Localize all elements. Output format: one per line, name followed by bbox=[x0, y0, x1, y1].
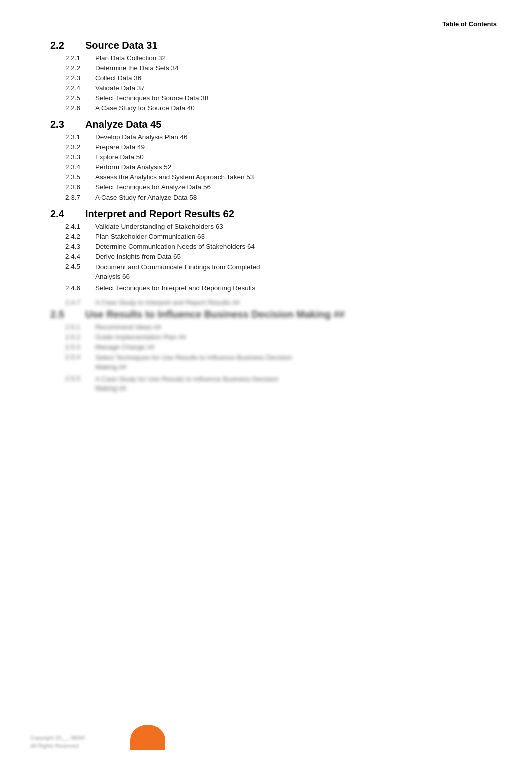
entry-title: A Case Study to Interpret and Report Res… bbox=[95, 299, 240, 306]
entry-title: Guide Implementation Plan ## bbox=[95, 333, 186, 341]
entry-2-2-4: 2.2.4 Validate Data 37 bbox=[65, 84, 502, 92]
entry-number: 2.2.6 bbox=[65, 104, 95, 112]
entry-number: 2.2.5 bbox=[65, 94, 95, 102]
copyright-line1: Copyright 20__, IIBA® bbox=[30, 734, 85, 742]
entry-number: 2.5.1 bbox=[65, 323, 95, 331]
entry-number: 2.3.4 bbox=[65, 163, 95, 171]
copyright-line2: All Rights Reserved bbox=[30, 742, 85, 750]
entry-number: 2.2.4 bbox=[65, 84, 95, 92]
entry-2-2-2: 2.2.2 Determine the Data Sets 34 bbox=[65, 64, 502, 72]
blurred-entry-2-5-2: 2.5.2 Guide Implementation Plan ## bbox=[65, 333, 502, 341]
entry-title: Select Techniques for Analyze Data 56 bbox=[95, 183, 211, 191]
footer-left: Copyright 20__, IIBA® All Rights Reserve… bbox=[30, 734, 85, 750]
entry-2-2-5: 2.2.5 Select Techniques for Source Data … bbox=[65, 94, 502, 102]
entry-2-4-1: 2.4.1 Validate Understanding of Stakehol… bbox=[65, 223, 502, 230]
entry-number: 2.4.7 bbox=[65, 299, 95, 306]
section-title: Use Results to Influence Business Decisi… bbox=[85, 309, 345, 320]
section-2-2: 2.2 Source Data 31 2.2.1 Plan Data Colle… bbox=[50, 40, 502, 112]
blurred-entry-2-5-5: 2.5.5 A Case Study for Use Results to In… bbox=[65, 375, 502, 394]
entry-title: A Case Study for Source Data 40 bbox=[95, 104, 195, 112]
entry-title: Determine Communication Needs of Stakeho… bbox=[95, 243, 255, 250]
level2-entry: 2.4 Interpret and Report Results 62 bbox=[50, 208, 502, 220]
entry-title: Prepare Data 49 bbox=[95, 143, 145, 151]
entry-2-3-7: 2.3.7 A Case Study for Analyze Data 58 bbox=[65, 193, 502, 201]
entry-2-4-3: 2.4.3 Determine Communication Needs of S… bbox=[65, 243, 502, 250]
entry-2-3-5: 2.3.5 Assess the Analytics and System Ap… bbox=[65, 173, 502, 181]
footer-area: Copyright 20__, IIBA® All Rights Reserve… bbox=[0, 725, 532, 750]
blurred-entry-2-4-7: 2.4.7 A Case Study to Interpret and Repo… bbox=[65, 299, 502, 306]
entry-title: Perform Data Analysis 52 bbox=[95, 163, 171, 171]
blurred-entry-2-5-3: 2.5.3 Manage Change ## bbox=[65, 343, 502, 351]
entry-2-4-5: 2.4.5 Document and Communicate Findings … bbox=[65, 263, 502, 282]
header-title: Table of Contents bbox=[30, 20, 502, 28]
entry-title: Validate Data 37 bbox=[95, 84, 145, 92]
entry-number: 2.2.1 bbox=[65, 54, 95, 62]
level3-entries-2-4: 2.4.1 Validate Understanding of Stakehol… bbox=[65, 223, 502, 292]
section-2-4: 2.4 Interpret and Report Results 62 2.4.… bbox=[50, 208, 502, 292]
entry-number: 2.4.4 bbox=[65, 253, 95, 260]
entry-number: 2.4.2 bbox=[65, 233, 95, 240]
entry-number: 2.3.1 bbox=[65, 133, 95, 141]
entry-number: 2.5.2 bbox=[65, 333, 95, 341]
entry-title: A Case Study for Use Results to Influenc… bbox=[95, 375, 278, 394]
section-number: 2.4 bbox=[50, 208, 85, 220]
level2-entry-blurred: 2.5 Use Results to Influence Business De… bbox=[50, 309, 502, 320]
entry-title: Validate Understanding of Stakeholders 6… bbox=[95, 223, 223, 230]
entry-title: Select Techniques for Use Results to Inf… bbox=[95, 353, 292, 372]
entry-number: 2.4.1 bbox=[65, 223, 95, 230]
entry-title: Collect Data 36 bbox=[95, 74, 141, 82]
section-number: 2.2 bbox=[50, 40, 85, 51]
footer-logo bbox=[125, 725, 165, 750]
entry-number: 2.4.3 bbox=[65, 243, 95, 250]
entry-2-4-6: 2.4.6 Select Techniques for Interpret an… bbox=[65, 284, 502, 292]
entry-title: Plan Stakeholder Communication 63 bbox=[95, 233, 205, 240]
entry-number: 2.2.2 bbox=[65, 64, 95, 72]
entry-title: Manage Change ## bbox=[95, 343, 155, 351]
entry-title: Explore Data 50 bbox=[95, 153, 144, 161]
entry-2-4-2: 2.4.2 Plan Stakeholder Communication 63 bbox=[65, 233, 502, 240]
entry-number: 2.5.5 bbox=[65, 375, 95, 382]
blurred-level3-2-5: 2.5.1 Recommend Ideas ## 2.5.2 Guide Imp… bbox=[65, 323, 502, 394]
section-2-3: 2.3 Analyze Data 45 2.3.1 Develop Data A… bbox=[50, 119, 502, 201]
blurred-entry-2-5-1: 2.5.1 Recommend Ideas ## bbox=[65, 323, 502, 331]
entry-2-3-6: 2.3.6 Select Techniques for Analyze Data… bbox=[65, 183, 502, 191]
section-title: Analyze Data 45 bbox=[85, 119, 161, 130]
entry-number: 2.5.4 bbox=[65, 353, 95, 361]
entry-2-3-3: 2.3.3 Explore Data 50 bbox=[65, 153, 502, 161]
level3-entries-2-2: 2.2.1 Plan Data Collection 32 2.2.2 Dete… bbox=[65, 54, 502, 112]
entry-title: Select Techniques for Interpret and Repo… bbox=[95, 284, 255, 292]
level3-entries-2-3: 2.3.1 Develop Data Analysis Plan 46 2.3.… bbox=[65, 133, 502, 201]
entry-2-3-1: 2.3.1 Develop Data Analysis Plan 46 bbox=[65, 133, 502, 141]
entry-number: 2.3.3 bbox=[65, 153, 95, 161]
blurred-section-2-5: 2.5 Use Results to Influence Business De… bbox=[50, 309, 502, 394]
toc-section: 2.2 Source Data 31 2.2.1 Plan Data Colle… bbox=[50, 40, 502, 394]
entry-number: 2.4.6 bbox=[65, 284, 95, 292]
orange-circle-logo bbox=[130, 725, 165, 750]
entry-title: Document and Communicate Findings from C… bbox=[95, 263, 260, 282]
entry-number: 2.3.6 bbox=[65, 183, 95, 191]
entry-2-2-3: 2.2.3 Collect Data 36 bbox=[65, 74, 502, 82]
entry-title: Recommend Ideas ## bbox=[95, 323, 161, 331]
page-container: Table of Contents 2.2 Source Data 31 2.2… bbox=[0, 0, 532, 780]
entry-2-3-4: 2.3.4 Perform Data Analysis 52 bbox=[65, 163, 502, 171]
entry-title: Assess the Analytics and System Approach… bbox=[95, 173, 254, 181]
blurred-level3-entries: 2.4.7 A Case Study to Interpret and Repo… bbox=[65, 299, 502, 306]
blurred-section: 2.4.7 A Case Study to Interpret and Repo… bbox=[50, 299, 502, 394]
entry-title: Plan Data Collection 32 bbox=[95, 54, 166, 62]
entry-title: Derive Insights from Data 65 bbox=[95, 253, 181, 260]
level2-entry: 2.2 Source Data 31 bbox=[50, 40, 502, 51]
entry-title: Develop Data Analysis Plan 46 bbox=[95, 133, 188, 141]
level2-entry: 2.3 Analyze Data 45 bbox=[50, 119, 502, 130]
entry-title: A Case Study for Analyze Data 58 bbox=[95, 193, 197, 201]
entry-number: 2.2.3 bbox=[65, 74, 95, 82]
section-number: 2.3 bbox=[50, 119, 85, 130]
entry-number: 2.3.5 bbox=[65, 173, 95, 181]
section-title: Interpret and Report Results 62 bbox=[85, 208, 234, 220]
entry-2-4-4: 2.4.4 Derive Insights from Data 65 bbox=[65, 253, 502, 260]
entry-2-3-2: 2.3.2 Prepare Data 49 bbox=[65, 143, 502, 151]
entry-title: Determine the Data Sets 34 bbox=[95, 64, 179, 72]
section-title: Source Data 31 bbox=[85, 40, 158, 51]
entry-number: 2.3.2 bbox=[65, 143, 95, 151]
entry-number: 2.3.7 bbox=[65, 193, 95, 201]
blurred-entry-2-5-4: 2.5.4 Select Techniques for Use Results … bbox=[65, 353, 502, 372]
